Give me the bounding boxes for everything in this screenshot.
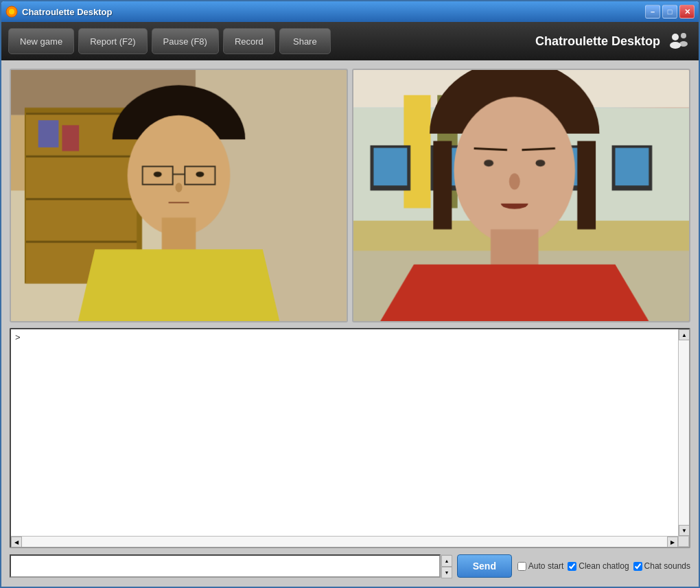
- titlebar-controls: – □ ✕: [645, 5, 695, 19]
- auto-start-checkbox[interactable]: [517, 562, 526, 571]
- scroll-track-horizontal[interactable]: [22, 537, 667, 547]
- toolbar: New game Report (F2) Pause (F8) Record S…: [1, 22, 699, 60]
- record-button[interactable]: Record: [223, 28, 275, 54]
- chat-input-wrapper: ▲ ▼: [10, 554, 452, 578]
- input-area: ▲ ▼ Send Auto start Clean chatlog Chat s…: [10, 554, 690, 578]
- clean-chatlog-label: Clean chatlog: [579, 561, 629, 571]
- chat-sounds-checkbox[interactable]: [633, 562, 642, 571]
- local-video-canvas: [11, 70, 347, 321]
- pause-button[interactable]: Pause (F8): [152, 28, 219, 54]
- options-area: Auto start Clean chatlog Chat sounds: [517, 561, 690, 571]
- chatlog-wrapper: > ▲ ▼ ◀ ▶: [10, 328, 690, 548]
- toolbar-app-title: Chatroulette Desktop: [535, 34, 660, 49]
- clean-chatlog-option[interactable]: Clean chatlog: [568, 561, 629, 571]
- chatlog-scrollbar-vertical[interactable]: ▲ ▼: [678, 329, 689, 536]
- clean-chatlog-checkbox[interactable]: [568, 562, 576, 571]
- scroll-down-arrow[interactable]: ▼: [679, 525, 690, 536]
- send-button[interactable]: Send: [457, 554, 512, 578]
- chat-input-scroll[interactable]: ▲ ▼: [441, 554, 452, 578]
- scroll-track-vertical[interactable]: [679, 340, 689, 525]
- maximize-button[interactable]: □: [662, 5, 677, 19]
- scroll-left-arrow[interactable]: ◀: [11, 537, 22, 548]
- svg-point-1: [9, 9, 14, 14]
- new-game-button[interactable]: New game: [8, 28, 74, 54]
- chat-input-scroll-down[interactable]: ▼: [441, 567, 452, 578]
- svg-point-3: [670, 42, 681, 49]
- chat-sounds-option[interactable]: Chat sounds: [633, 561, 690, 571]
- auto-start-label: Auto start: [528, 561, 563, 571]
- auto-start-option[interactable]: Auto start: [517, 561, 563, 571]
- scrollbar-corner: [678, 536, 689, 547]
- local-video-panel: [10, 69, 348, 322]
- scroll-up-arrow[interactable]: ▲: [679, 329, 690, 340]
- svg-point-2: [672, 34, 679, 40]
- chat-sounds-label: Chat sounds: [644, 561, 690, 571]
- application-window: Chatroulette Desktop – □ ✕ New game Repo…: [0, 0, 700, 588]
- svg-point-4: [681, 33, 686, 38]
- share-button[interactable]: Share: [279, 28, 331, 54]
- chatlog-content: >: [11, 329, 689, 345]
- chatlog-scrollbar-horizontal[interactable]: ◀ ▶: [11, 536, 678, 547]
- main-content: > ▲ ▼ ◀ ▶ ▲ ▼ Send: [1, 60, 699, 587]
- svg-point-5: [679, 41, 688, 47]
- minimize-button[interactable]: –: [645, 5, 660, 19]
- scroll-right-arrow[interactable]: ▶: [667, 537, 678, 548]
- close-button[interactable]: ✕: [679, 5, 695, 19]
- chat-input[interactable]: [10, 554, 441, 578]
- video-container: [10, 69, 690, 322]
- remote-video-canvas: [353, 70, 689, 321]
- toolbar-right: Chatroulette Desktop: [535, 29, 692, 54]
- app-icon: [5, 5, 18, 18]
- chatlog-cursor: >: [15, 332, 21, 342]
- chat-input-scroll-up[interactable]: ▲: [441, 555, 452, 567]
- users-icon: [667, 29, 692, 54]
- titlebar: Chatroulette Desktop – □ ✕: [1, 1, 699, 22]
- titlebar-title: Chatroulette Desktop: [22, 7, 112, 17]
- titlebar-left: Chatroulette Desktop: [5, 5, 112, 18]
- report-button[interactable]: Report (F2): [78, 28, 147, 54]
- remote-video-panel: [352, 69, 690, 322]
